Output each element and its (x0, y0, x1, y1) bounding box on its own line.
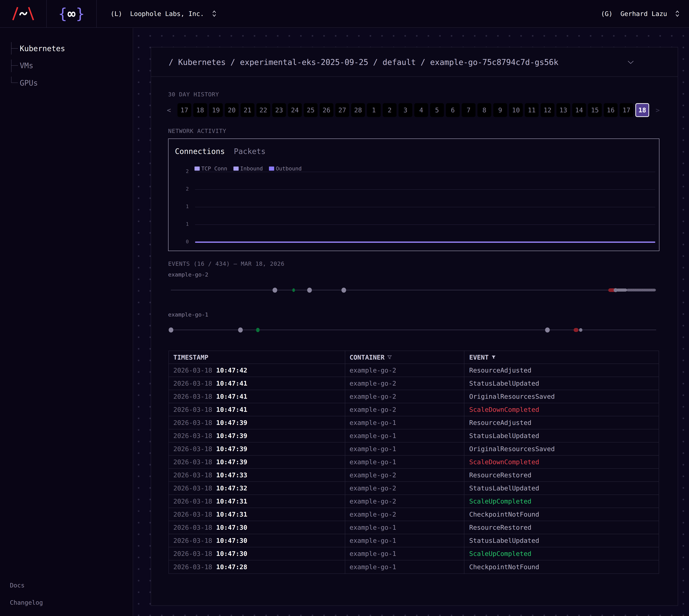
timeline-range-light[interactable] (616, 288, 627, 291)
network-tabs: Connections Packets (175, 147, 266, 156)
timeline-marker-dot[interactable] (545, 328, 550, 332)
timeline-marker-pill-red-sm[interactable] (574, 328, 578, 332)
timeline-marker-dot[interactable] (169, 328, 173, 332)
date-button[interactable]: 5 (430, 103, 444, 117)
date-button-selected[interactable]: 18 (635, 103, 649, 117)
column-header-event[interactable]: EVENT (464, 351, 659, 364)
cell-event: ScaleDownCompleted (469, 406, 539, 413)
tab-packets[interactable]: Packets (234, 147, 266, 156)
table-row[interactable]: 2026-03-1810:47:42example-go-2ResourceAd… (169, 364, 659, 377)
cell-container: example-go-1 (350, 537, 396, 544)
table-row[interactable]: 2026-03-1810:47:31example-go-2Checkpoint… (169, 508, 659, 521)
date-button[interactable]: 2 (383, 103, 397, 117)
sidebar-link-docs[interactable]: Docs (10, 582, 25, 589)
timeline-marker-dot[interactable] (341, 288, 346, 293)
table-row[interactable]: 2026-03-1810:47:41example-go-2ScaleDownC… (169, 403, 659, 416)
table-row[interactable]: 2026-03-1810:47:30example-go-1ResourceRe… (169, 521, 659, 534)
sidebar-item-vms[interactable]: VMs (0, 59, 133, 72)
table-row[interactable]: 2026-03-1810:47:30example-go-1StatusLabe… (169, 534, 659, 547)
user-selector[interactable]: (G) Gerhard Lazu (601, 0, 680, 27)
date-button[interactable]: 19 (209, 103, 223, 117)
cell-container: example-go-1 (350, 445, 396, 453)
legend-item-tcp-conn[interactable]: TCP Conn (195, 166, 227, 172)
timeline-track[interactable] (171, 330, 656, 330)
table-row[interactable]: 2026-03-1810:47:33example-go-2ResourceRe… (169, 469, 659, 482)
date-button[interactable]: 27 (335, 103, 349, 117)
date-button[interactable]: 4 (414, 103, 428, 117)
date-button[interactable]: 28 (351, 103, 365, 117)
table-row[interactable]: 2026-03-1810:47:30example-go-1ScaleUpCom… (169, 547, 659, 560)
timeline-marker-dot-knob[interactable] (579, 328, 582, 332)
date-button[interactable]: 22 (257, 103, 270, 117)
table-row[interactable]: 2026-03-1810:47:39example-go-1OriginalRe… (169, 442, 659, 456)
timeline-range-dotted[interactable] (626, 289, 656, 291)
date-button[interactable]: 25 (304, 103, 317, 117)
date-button[interactable]: 26 (319, 103, 333, 117)
table-row[interactable]: 2026-03-1810:47:41example-go-2OriginalRe… (169, 390, 659, 403)
table-row[interactable]: 2026-03-1810:47:39example-go-1ResourceAd… (169, 416, 659, 430)
timeline-marker-dot[interactable] (238, 328, 243, 332)
timeline-marker-dot-green-sm[interactable] (292, 288, 295, 292)
date-button[interactable]: 18 (193, 103, 207, 117)
table-row[interactable]: 2026-03-1810:47:32example-go-2StatusLabe… (169, 482, 659, 495)
sidebar-item-kubernetes[interactable]: Kubernetes (0, 42, 133, 55)
date-button[interactable]: 11 (525, 103, 539, 117)
column-header-timestamp[interactable]: TIMESTAMP (169, 351, 345, 364)
date-button[interactable]: 9 (493, 103, 507, 117)
cell-container: example-go-2 (350, 484, 396, 492)
table-row[interactable]: 2026-03-1810:47:31example-go-2ScaleUpCom… (169, 495, 659, 508)
chart-ytick: 2 (175, 169, 189, 174)
date-next-button[interactable]: > (655, 103, 660, 117)
date-prev-button[interactable]: < (167, 103, 171, 117)
date-button[interactable]: 7 (462, 103, 475, 117)
date-button[interactable]: 6 (446, 103, 460, 117)
chart-ytick: 2 (175, 186, 189, 192)
date-button[interactable]: 1 (367, 103, 381, 117)
table-row[interactable]: 2026-03-1810:47:41example-go-2StatusLabe… (169, 377, 659, 390)
timeline-marker-dot[interactable] (307, 288, 312, 293)
container-filter-icon[interactable] (387, 355, 392, 360)
legend-item-inbound[interactable]: Inbound (234, 166, 263, 172)
date-button[interactable]: 8 (477, 103, 491, 117)
date-button[interactable]: 20 (225, 103, 239, 117)
table-row[interactable]: 2026-03-1810:47:28example-go-1Checkpoint… (169, 560, 659, 573)
chart-ytick: 0 (175, 239, 189, 244)
cell-date: 2026-03-18 (173, 537, 212, 544)
date-button[interactable]: 24 (288, 103, 302, 117)
breadcrumb-chevron-down-icon[interactable] (627, 61, 634, 64)
date-button[interactable]: 17 (620, 103, 634, 117)
event-filter-icon[interactable] (491, 355, 496, 360)
user-name: Gerhard Lazu (620, 10, 667, 17)
sidebar-link-changelog[interactable]: Changelog (10, 599, 43, 606)
infinity-cell[interactable]: { ∞ } (47, 0, 97, 27)
date-button[interactable]: 12 (541, 103, 554, 117)
date-button[interactable]: 16 (604, 103, 618, 117)
date-button[interactable]: 21 (241, 103, 254, 117)
timeline-marker-dot-green[interactable] (256, 328, 260, 332)
timeline-track[interactable] (171, 290, 656, 290)
sidebar-item-gpus[interactable]: GPUs (0, 76, 133, 89)
date-button[interactable]: 14 (572, 103, 586, 117)
timeline-marker-dot[interactable] (272, 288, 277, 293)
app-header: { ∞ } (L) Loophole Labs, Inc. (G) Gerhar… (0, 0, 689, 28)
main-area: / Kubernetes / experimental-eks-2025-09-… (133, 28, 689, 616)
chart-series-line (195, 242, 655, 243)
date-button[interactable]: 13 (556, 103, 570, 117)
date-button[interactable]: 3 (399, 103, 412, 117)
cell-event: StatusLabelUpdated (469, 484, 539, 492)
date-button[interactable]: 10 (509, 103, 523, 117)
timeline-marker-knob[interactable] (614, 288, 618, 292)
cell-time: 10:47:39 (216, 445, 247, 453)
table-row[interactable]: 2026-03-1810:47:39example-go-1ScaleDownC… (169, 456, 659, 469)
table-row[interactable]: 2026-03-1810:47:39example-go-1StatusLabe… (169, 430, 659, 442)
date-button[interactable]: 15 (588, 103, 602, 117)
cell-time: 10:47:39 (216, 432, 247, 439)
date-button[interactable]: 23 (272, 103, 286, 117)
org-selector[interactable]: (L) Loophole Labs, Inc. (111, 0, 217, 27)
column-header-container[interactable]: CONTAINER (345, 351, 464, 364)
logo-cell[interactable] (0, 0, 47, 27)
tab-connections[interactable]: Connections (175, 147, 225, 156)
legend-item-outbound[interactable]: Outbound (269, 166, 302, 172)
date-button[interactable]: 17 (177, 103, 191, 117)
legend-swatch-icon (234, 167, 239, 171)
